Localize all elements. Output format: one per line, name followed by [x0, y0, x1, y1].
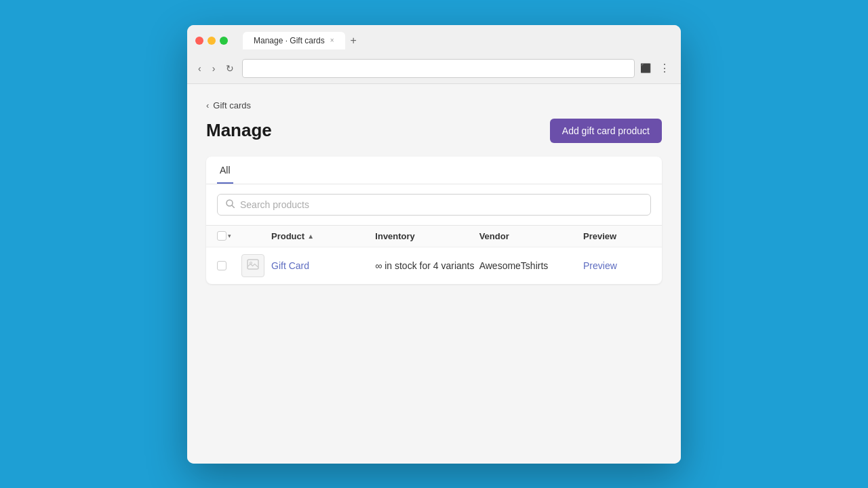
header-checkbox[interactable] [217, 231, 226, 241]
preview-link[interactable]: Preview [583, 260, 617, 271]
sort-icon: ▲ [307, 232, 314, 240]
breadcrumb-link[interactable]: Gift cards [213, 100, 251, 110]
preview-column-header: Preview [583, 231, 651, 241]
search-input[interactable] [240, 199, 642, 210]
product-thumbnail [241, 254, 264, 277]
tab-all[interactable]: All [217, 157, 233, 184]
product-header-label: Product [271, 231, 304, 241]
refresh-button[interactable]: ↻ [223, 62, 237, 75]
table-header: ▾ Product ▲ Inventory Vendor Preview [206, 225, 662, 247]
address-bar[interactable] [242, 59, 635, 78]
page-header: Manage Add gift card product [206, 119, 662, 143]
product-name-link[interactable]: Gift Card [271, 260, 309, 271]
tabs-row: All [206, 157, 662, 184]
browser-chrome: Manage · Gift cards × + ‹ › ↻ ⬛ ⋮ [187, 25, 681, 84]
traffic-light-maximize[interactable] [220, 37, 228, 45]
tab-all-label: All [220, 165, 231, 176]
extensions-icon: ⬛ [640, 63, 651, 73]
back-button[interactable]: ‹ [195, 62, 204, 75]
forward-button[interactable]: › [210, 62, 218, 75]
browser-controls: Manage · Gift cards × + [195, 32, 673, 49]
checkbox-header: ▾ [217, 231, 241, 241]
page-content: ‹ Gift cards Manage Add gift card produc… [187, 84, 681, 464]
traffic-light-minimize[interactable] [208, 37, 216, 45]
search-row [206, 184, 662, 225]
new-tab-button[interactable]: + [348, 32, 359, 49]
image-placeholder-icon [247, 259, 259, 272]
page-title: Manage [206, 120, 272, 141]
inventory-column-header: Inventory [375, 231, 479, 241]
browser-window: Manage · Gift cards × + ‹ › ↻ ⬛ ⋮ ‹ Gift… [187, 25, 681, 464]
svg-rect-2 [248, 260, 258, 269]
vendor-cell: AwesomeTshirts [479, 260, 549, 271]
svg-point-3 [250, 262, 252, 264]
search-icon [226, 199, 235, 210]
inventory-cell: ∞ in stock for 4 variants [375, 260, 474, 271]
table-row: Gift Card ∞ in stock for 4 variants Awes… [206, 247, 662, 284]
search-input-wrap [217, 194, 651, 216]
tab-close-icon[interactable]: × [330, 37, 334, 44]
browser-tab[interactable]: Manage · Gift cards × [243, 32, 345, 49]
breadcrumb: ‹ Gift cards [206, 100, 662, 110]
tab-label: Manage · Gift cards [254, 36, 325, 45]
breadcrumb-arrow: ‹ [206, 100, 209, 110]
add-gift-card-button[interactable]: Add gift card product [550, 119, 662, 143]
row-checkbox[interactable] [217, 261, 226, 270]
svg-line-1 [232, 205, 235, 208]
vendor-column-header: Vendor [479, 231, 583, 241]
header-checkbox-wrap[interactable]: ▾ [217, 231, 231, 241]
row-checkbox-cell [217, 261, 241, 270]
address-bar-row: ‹ › ↻ ⬛ ⋮ [195, 55, 673, 83]
product-column-header[interactable]: Product ▲ [271, 231, 375, 241]
main-card: All [206, 157, 662, 284]
traffic-light-close[interactable] [195, 37, 203, 45]
browser-menu-button[interactable]: ⋮ [656, 60, 673, 76]
checkbox-dropdown-arrow[interactable]: ▾ [228, 232, 231, 239]
tab-bar: Manage · Gift cards × + [243, 32, 359, 49]
